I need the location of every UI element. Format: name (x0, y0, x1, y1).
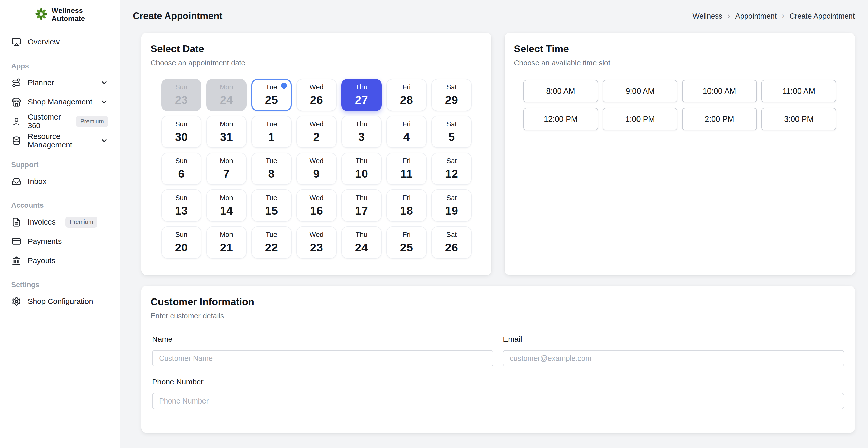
date-cell-sat-19[interactable]: Sat19 (431, 189, 472, 222)
sidebar-item-label: Shop Management (28, 98, 92, 106)
select-date-card: Select Date Choose an appointment date S… (142, 33, 492, 275)
date-cell-wed-9[interactable]: Wed9 (297, 153, 337, 185)
customer-email-input[interactable] (503, 350, 844, 366)
sidebar-item-planner[interactable]: Planner (9, 74, 111, 91)
date-cell-tue-8[interactable]: Tue8 (251, 153, 291, 185)
chevron-down-icon (100, 98, 108, 106)
date-cell-thu-3[interactable]: Thu3 (341, 116, 381, 148)
resource-icon (12, 136, 21, 146)
date-cell-tue-22[interactable]: Tue22 (251, 226, 291, 259)
invoices-icon (12, 217, 21, 227)
sidebar-nav: OverviewAppsPlannerShop ManagementCustom… (0, 34, 120, 310)
payments-icon (12, 237, 21, 246)
date-cell-fri-4[interactable]: Fri4 (386, 116, 427, 148)
date-cell-tue-25[interactable]: Tue25 (251, 79, 291, 111)
time-slot-11-00-am[interactable]: 11:00 AM (762, 80, 836, 102)
name-label: Name (152, 335, 493, 344)
date-cell-thu-24[interactable]: Thu24 (341, 226, 381, 259)
date-cell-sun-30[interactable]: Sun30 (161, 116, 202, 148)
shop-icon (12, 97, 21, 107)
date-cell-sun-6[interactable]: Sun6 (161, 153, 202, 185)
date-cell-sun-13[interactable]: Sun13 (161, 189, 202, 222)
time-slot-8-00-am[interactable]: 8:00 AM (523, 80, 598, 102)
sidebar-item-label: Inbox (28, 177, 46, 186)
brand-logo-flower-icon (35, 8, 48, 21)
customer-name-input[interactable] (152, 350, 493, 366)
phone-label: Phone Number (152, 378, 844, 386)
select-time-subtitle: Choose an available time slot (505, 55, 855, 67)
select-time-card: Select Time Choose an available time slo… (505, 33, 855, 275)
date-cell-mon-24: Mon24 (206, 79, 247, 111)
date-cell-fri-28[interactable]: Fri28 (386, 79, 427, 111)
date-cell-mon-21[interactable]: Mon21 (206, 226, 247, 259)
sidebar-item-payouts[interactable]: Payouts (9, 252, 111, 269)
date-cell-sat-12[interactable]: Sat12 (431, 153, 472, 185)
sidebar-item-payments[interactable]: Payments (9, 233, 111, 250)
customer-info-subtitle: Enter customer details (142, 308, 855, 320)
payouts-icon (12, 256, 21, 265)
sidebar: Wellness Automate OverviewAppsPlannerSho… (0, 0, 120, 448)
chevron-down-icon (100, 136, 108, 145)
date-cell-fri-25[interactable]: Fri25 (386, 226, 427, 259)
calendar-grid: Sun23Mon24Tue25Wed26Thu27Fri28Sat29Sun30… (142, 79, 492, 259)
customer-phone-input[interactable] (152, 393, 844, 409)
email-label: Email (503, 335, 844, 344)
sidebar-item-invoices[interactable]: InvoicesPremium (9, 214, 111, 230)
sidebar-item-label: Payouts (28, 256, 55, 265)
breadcrumb-item-wellness[interactable]: Wellness (692, 12, 722, 20)
sidebar-item-inbox[interactable]: Inbox (9, 173, 111, 190)
premium-badge: Premium (76, 116, 108, 127)
time-slot-2-00-pm[interactable]: 2:00 PM (682, 108, 757, 130)
date-cell-mon-14[interactable]: Mon14 (206, 189, 247, 222)
time-slot-10-00-am[interactable]: 10:00 AM (682, 80, 757, 102)
planner-icon (12, 78, 21, 88)
sidebar-item-label: Customer 360 (28, 113, 66, 130)
date-cell-thu-27[interactable]: Thu27 (341, 79, 381, 111)
nav-section-heading-accounts: Accounts (11, 201, 111, 210)
date-cell-sat-29[interactable]: Sat29 (431, 79, 472, 111)
sidebar-item-resource-management[interactable]: Resource Management (9, 132, 111, 149)
page-title: Create Appointment (133, 11, 222, 21)
date-cell-thu-10[interactable]: Thu10 (341, 153, 381, 185)
date-cell-wed-2[interactable]: Wed2 (297, 116, 337, 148)
sidebar-item-label: Shop Configuration (28, 297, 93, 306)
date-cell-fri-11[interactable]: Fri11 (386, 153, 427, 185)
cards-row: Select Date Choose an appointment date S… (142, 33, 855, 275)
time-slot-12-00-pm[interactable]: 12:00 PM (523, 108, 598, 130)
breadcrumb-item-create-appointment: Create Appointment (789, 12, 855, 20)
date-cell-sun-20[interactable]: Sun20 (161, 226, 202, 259)
date-cell-wed-16[interactable]: Wed16 (297, 189, 337, 222)
sidebar-item-overview[interactable]: Overview (9, 34, 111, 50)
select-time-title: Select Time (505, 33, 855, 55)
sidebar-item-shop-configuration[interactable]: Shop Configuration (9, 293, 111, 310)
date-cell-tue-15[interactable]: Tue15 (251, 189, 291, 222)
nav-section-heading-support: Support (11, 161, 111, 169)
chevron-down-icon (100, 78, 108, 87)
date-cell-wed-23[interactable]: Wed23 (297, 226, 337, 259)
date-cell-mon-31[interactable]: Mon31 (206, 116, 247, 148)
date-cell-mon-7[interactable]: Mon7 (206, 153, 247, 185)
customer-icon (12, 117, 21, 126)
sidebar-item-label: Payments (28, 237, 62, 246)
overview-icon (12, 37, 21, 47)
select-date-subtitle: Choose an appointment date (142, 55, 492, 67)
date-cell-sat-5[interactable]: Sat5 (431, 116, 472, 148)
breadcrumb-item-appointment[interactable]: Appointment (735, 12, 777, 20)
sidebar-item-shop-management[interactable]: Shop Management (9, 94, 111, 110)
date-cell-sat-26[interactable]: Sat26 (431, 226, 472, 259)
customer-info-card: Customer Information Enter customer deta… (142, 286, 855, 433)
nav-section-heading-apps: Apps (11, 62, 111, 70)
customer-form: Name Email Phone Number (142, 320, 855, 409)
date-cell-fri-18[interactable]: Fri18 (386, 189, 427, 222)
time-slots-grid: 8:00 AM9:00 AM10:00 AM11:00 AM12:00 PM1:… (505, 80, 855, 130)
time-slot-1-00-pm[interactable]: 1:00 PM (603, 108, 678, 130)
sidebar-item-label: Overview (28, 38, 60, 46)
sidebar-item-label: Invoices (28, 218, 56, 226)
time-slot-3-00-pm[interactable]: 3:00 PM (762, 108, 836, 130)
sidebar-item-customer-360[interactable]: Customer 360Premium (9, 113, 111, 130)
chevron-right-icon: › (727, 11, 731, 21)
date-cell-thu-17[interactable]: Thu17 (341, 189, 381, 222)
date-cell-wed-26[interactable]: Wed26 (297, 79, 337, 111)
time-slot-9-00-am[interactable]: 9:00 AM (603, 80, 678, 102)
date-cell-tue-1[interactable]: Tue1 (251, 116, 291, 148)
